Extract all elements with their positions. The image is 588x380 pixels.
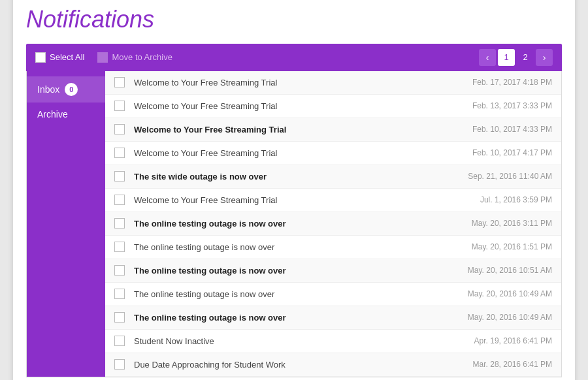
row-checkbox[interactable] (114, 242, 125, 252)
select-all-checkbox[interactable] (35, 52, 46, 63)
notification-date: May. 20, 2016 10:49 AM (468, 313, 552, 322)
row-checkbox[interactable] (114, 312, 125, 323)
move-archive-label: Move to Archive (112, 52, 172, 62)
pagination-next[interactable]: › (536, 49, 553, 66)
sidebar-item-inbox[interactable]: Inbox0 (27, 76, 105, 103)
toolbar-left: Select All Move to Archive (35, 52, 479, 63)
row-checkbox[interactable] (114, 265, 125, 276)
notification-row: Welcome to Your Free Streaming TrialFeb.… (105, 118, 561, 142)
notification-row: The online testing outage is now overMay… (105, 306, 561, 330)
row-checkbox[interactable] (114, 195, 125, 205)
pagination-prev[interactable]: ‹ (479, 49, 496, 66)
archive-icon (97, 52, 108, 63)
notification-row: Welcome to Your Free Streaming TrialFeb.… (105, 71, 561, 95)
main-card: Notifications Select All Move to Archive… (13, 0, 575, 380)
notification-date: Sep. 21, 2016 11:40 AM (468, 172, 552, 181)
notification-row: Welcome to Your Free Streaming TrialFeb.… (105, 95, 561, 118)
notification-date: Feb. 10, 2017 4:33 PM (472, 125, 552, 134)
notification-date: May. 20, 2016 10:51 AM (468, 266, 552, 275)
notification-text: The online testing outage is now over (134, 242, 465, 252)
select-all-area[interactable]: Select All (35, 52, 84, 63)
toolbar: Select All Move to Archive ‹ 1 2 › (26, 44, 562, 71)
notification-row: Due Date Approaching for Student WorkMar… (105, 353, 561, 377)
move-to-archive-button[interactable]: Move to Archive (97, 52, 172, 63)
row-checkbox[interactable] (114, 124, 125, 135)
notification-text: Student Now Inactive (134, 336, 468, 346)
notification-date: Jul. 1, 2016 3:59 PM (480, 195, 552, 204)
notification-row: Welcome to Your Free Streaming TrialFeb.… (105, 142, 561, 165)
notification-row: The site wide outage is now overSep. 21,… (105, 165, 561, 189)
notification-date: May. 20, 2016 1:51 PM (472, 242, 552, 251)
notification-text: Due Date Approaching for Student Work (134, 360, 466, 370)
row-checkbox[interactable] (114, 77, 125, 87)
row-checkbox[interactable] (114, 289, 125, 299)
row-checkbox[interactable] (114, 148, 125, 158)
row-checkbox[interactable] (114, 171, 125, 182)
notification-date: May. 20, 2016 3:11 PM (472, 219, 552, 228)
notification-date: May. 20, 2016 10:49 AM (468, 289, 552, 298)
page-title: Notifications (26, 6, 562, 33)
content-area: Inbox0Archive Welcome to Your Free Strea… (26, 71, 562, 377)
notification-row: The online testing outage is now overMay… (105, 259, 561, 283)
notification-text: The online testing outage is now over (134, 313, 461, 323)
notification-text: Welcome to Your Free Streaming Trial (134, 78, 466, 87)
row-checkbox[interactable] (114, 336, 125, 346)
row-checkbox[interactable] (114, 218, 125, 229)
notification-date: Feb. 17, 2017 4:18 PM (472, 78, 552, 87)
pagination-page-2[interactable]: 2 (517, 49, 534, 66)
notification-row: Welcome to Your Free Streaming TrialJul.… (105, 189, 561, 212)
select-all-label: Select All (50, 52, 84, 62)
notification-date: Mar. 28, 2016 6:41 PM (473, 360, 552, 369)
notification-text: Welcome to Your Free Streaming Trial (134, 195, 474, 205)
notification-date: Feb. 10, 2017 4:17 PM (472, 148, 552, 157)
pagination: ‹ 1 2 › (479, 49, 553, 66)
notification-row: The online testing outage is now overMay… (105, 212, 561, 236)
row-checkbox[interactable] (114, 359, 125, 370)
notification-text: Welcome to Your Free Streaming Trial (134, 148, 466, 158)
notification-text: The site wide outage is now over (134, 172, 461, 182)
notification-text: The online testing outage is now over (134, 266, 461, 276)
sidebar: Inbox0Archive (27, 71, 105, 377)
notification-text: The online testing outage is now over (134, 219, 465, 229)
notification-row: The online testing outage is now overMay… (105, 283, 561, 306)
sidebar-item-label: Archive (37, 109, 68, 119)
inbox-badge: 0 (65, 83, 78, 96)
sidebar-item-archive[interactable]: Archive (27, 103, 105, 126)
sidebar-item-label: Inbox (37, 84, 59, 95)
notification-date: Feb. 13, 2017 3:33 PM (472, 101, 552, 110)
row-checkbox[interactable] (114, 101, 125, 111)
notification-date: Apr. 19, 2016 6:41 PM (474, 336, 552, 345)
notification-row: Student Now InactiveApr. 19, 2016 6:41 P… (105, 330, 561, 353)
pagination-page-1[interactable]: 1 (498, 49, 515, 66)
notification-text: Welcome to Your Free Streaming Trial (134, 125, 466, 135)
notifications-list: Welcome to Your Free Streaming TrialFeb.… (105, 71, 561, 377)
notification-text: Welcome to Your Free Streaming Trial (134, 101, 466, 111)
notification-row: The online testing outage is now overMay… (105, 236, 561, 259)
notification-text: The online testing outage is now over (134, 289, 461, 299)
